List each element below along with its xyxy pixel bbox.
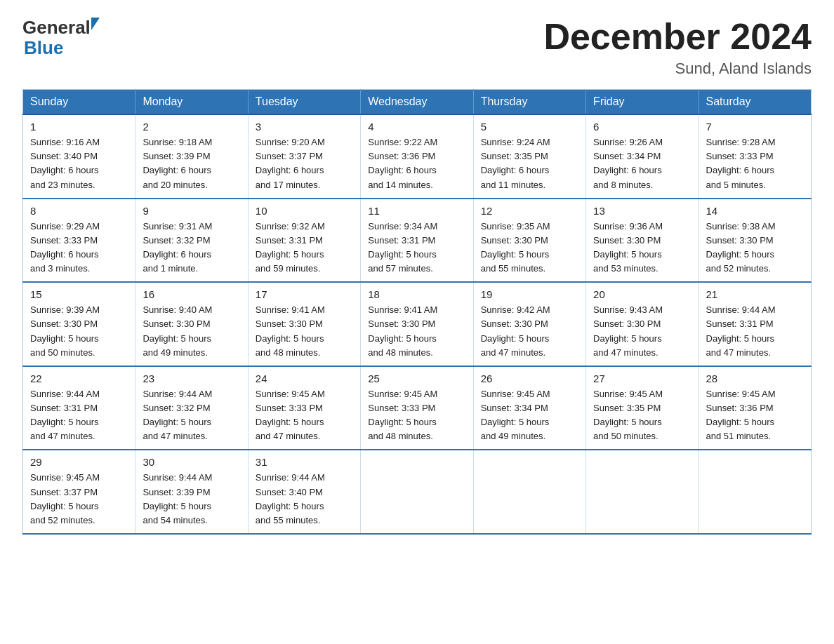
calendar-cell: 3Sunrise: 9:20 AMSunset: 3:37 PMDaylight… <box>248 114 360 199</box>
location-title: Sund, Aland Islands <box>543 60 812 78</box>
day-info: Sunrise: 9:43 AMSunset: 3:30 PMDaylight:… <box>593 303 691 360</box>
calendar-table: SundayMondayTuesdayWednesdayThursdayFrid… <box>22 89 812 535</box>
day-number: 8 <box>30 205 128 217</box>
weekday-header-monday: Monday <box>135 90 248 115</box>
day-info: Sunrise: 9:36 AMSunset: 3:30 PMDaylight:… <box>593 220 691 276</box>
day-number: 6 <box>593 121 691 133</box>
calendar-cell <box>361 450 473 534</box>
day-number: 25 <box>368 373 465 384</box>
day-number: 2 <box>143 121 240 133</box>
calendar-week-row: 22Sunrise: 9:44 AMSunset: 3:31 PMDayligh… <box>23 366 812 450</box>
day-info: Sunrise: 9:24 AMSunset: 3:35 PMDaylight:… <box>481 135 578 192</box>
calendar-cell: 29Sunrise: 9:45 AMSunset: 3:37 PMDayligh… <box>23 450 135 534</box>
logo-triangle-icon <box>91 18 100 30</box>
day-number: 9 <box>143 205 240 217</box>
day-number: 5 <box>481 121 578 133</box>
day-number: 22 <box>30 373 128 384</box>
day-number: 24 <box>256 373 353 384</box>
day-number: 12 <box>481 205 578 217</box>
calendar-week-row: 8Sunrise: 9:29 AMSunset: 3:33 PMDaylight… <box>23 199 812 283</box>
day-number: 31 <box>256 456 353 468</box>
calendar-cell: 17Sunrise: 9:41 AMSunset: 3:30 PMDayligh… <box>248 282 360 366</box>
title-block: December 2024 Sund, Aland Islands <box>543 17 812 78</box>
calendar-cell: 10Sunrise: 9:32 AMSunset: 3:31 PMDayligh… <box>248 199 360 283</box>
day-number: 11 <box>368 205 465 217</box>
day-info: Sunrise: 9:20 AMSunset: 3:37 PMDaylight:… <box>256 135 353 192</box>
calendar-cell: 12Sunrise: 9:35 AMSunset: 3:30 PMDayligh… <box>473 199 585 283</box>
calendar-cell: 21Sunrise: 9:44 AMSunset: 3:31 PMDayligh… <box>699 282 811 366</box>
calendar-cell: 28Sunrise: 9:45 AMSunset: 3:36 PMDayligh… <box>699 366 811 450</box>
logo-blue: Blue <box>24 39 63 57</box>
calendar-week-row: 15Sunrise: 9:39 AMSunset: 3:30 PMDayligh… <box>23 282 812 366</box>
calendar-cell: 4Sunrise: 9:22 AMSunset: 3:36 PMDaylight… <box>361 114 473 199</box>
day-info: Sunrise: 9:22 AMSunset: 3:36 PMDaylight:… <box>368 135 465 192</box>
day-info: Sunrise: 9:44 AMSunset: 3:40 PMDaylight:… <box>256 471 353 528</box>
calendar-cell: 19Sunrise: 9:42 AMSunset: 3:30 PMDayligh… <box>473 282 585 366</box>
day-number: 4 <box>368 121 465 133</box>
calendar-cell <box>586 450 699 534</box>
calendar-header-row: SundayMondayTuesdayWednesdayThursdayFrid… <box>23 90 812 115</box>
day-info: Sunrise: 9:45 AMSunset: 3:33 PMDaylight:… <box>256 387 353 444</box>
day-info: Sunrise: 9:35 AMSunset: 3:30 PMDaylight:… <box>481 220 578 276</box>
calendar-cell <box>699 450 811 534</box>
weekday-header-saturday: Saturday <box>699 90 811 115</box>
day-number: 23 <box>143 373 240 384</box>
calendar-cell: 14Sunrise: 9:38 AMSunset: 3:30 PMDayligh… <box>699 199 811 283</box>
day-info: Sunrise: 9:42 AMSunset: 3:30 PMDaylight:… <box>481 303 578 360</box>
calendar-week-row: 29Sunrise: 9:45 AMSunset: 3:37 PMDayligh… <box>23 450 812 534</box>
calendar-cell: 9Sunrise: 9:31 AMSunset: 3:32 PMDaylight… <box>135 199 248 283</box>
day-number: 14 <box>706 205 804 217</box>
weekday-header-friday: Friday <box>586 90 699 115</box>
month-title: December 2024 <box>543 17 812 57</box>
calendar-cell: 27Sunrise: 9:45 AMSunset: 3:35 PMDayligh… <box>586 366 699 450</box>
day-info: Sunrise: 9:16 AMSunset: 3:40 PMDaylight:… <box>30 135 128 192</box>
day-info: Sunrise: 9:39 AMSunset: 3:30 PMDaylight:… <box>30 303 128 360</box>
calendar-cell: 26Sunrise: 9:45 AMSunset: 3:34 PMDayligh… <box>473 366 585 450</box>
day-info: Sunrise: 9:45 AMSunset: 3:33 PMDaylight:… <box>368 387 465 444</box>
day-number: 13 <box>593 205 691 217</box>
day-info: Sunrise: 9:28 AMSunset: 3:33 PMDaylight:… <box>706 135 804 192</box>
day-number: 21 <box>706 288 804 300</box>
day-info: Sunrise: 9:45 AMSunset: 3:36 PMDaylight:… <box>706 387 804 444</box>
day-info: Sunrise: 9:26 AMSunset: 3:34 PMDaylight:… <box>593 135 691 192</box>
calendar-cell: 15Sunrise: 9:39 AMSunset: 3:30 PMDayligh… <box>23 282 135 366</box>
calendar-cell: 25Sunrise: 9:45 AMSunset: 3:33 PMDayligh… <box>361 366 473 450</box>
calendar-cell: 22Sunrise: 9:44 AMSunset: 3:31 PMDayligh… <box>23 366 135 450</box>
day-info: Sunrise: 9:31 AMSunset: 3:32 PMDaylight:… <box>143 220 240 276</box>
calendar-cell: 31Sunrise: 9:44 AMSunset: 3:40 PMDayligh… <box>248 450 360 534</box>
weekday-header-sunday: Sunday <box>23 90 135 115</box>
day-info: Sunrise: 9:44 AMSunset: 3:31 PMDaylight:… <box>30 387 128 444</box>
day-info: Sunrise: 9:45 AMSunset: 3:35 PMDaylight:… <box>593 387 691 444</box>
calendar-cell: 20Sunrise: 9:43 AMSunset: 3:30 PMDayligh… <box>586 282 699 366</box>
calendar-cell: 2Sunrise: 9:18 AMSunset: 3:39 PMDaylight… <box>135 114 248 199</box>
day-number: 28 <box>706 373 804 384</box>
day-number: 10 <box>256 205 353 217</box>
calendar-cell: 1Sunrise: 9:16 AMSunset: 3:40 PMDaylight… <box>23 114 135 199</box>
calendar-cell: 6Sunrise: 9:26 AMSunset: 3:34 PMDaylight… <box>586 114 699 199</box>
day-info: Sunrise: 9:41 AMSunset: 3:30 PMDaylight:… <box>256 303 353 360</box>
calendar-cell: 23Sunrise: 9:44 AMSunset: 3:32 PMDayligh… <box>135 366 248 450</box>
day-number: 29 <box>30 456 128 468</box>
calendar-cell <box>473 450 585 534</box>
day-info: Sunrise: 9:32 AMSunset: 3:31 PMDaylight:… <box>256 220 353 276</box>
day-info: Sunrise: 9:34 AMSunset: 3:31 PMDaylight:… <box>368 220 465 276</box>
day-number: 7 <box>706 121 804 133</box>
calendar-cell: 13Sunrise: 9:36 AMSunset: 3:30 PMDayligh… <box>586 199 699 283</box>
day-info: Sunrise: 9:18 AMSunset: 3:39 PMDaylight:… <box>143 135 240 192</box>
calendar-cell: 8Sunrise: 9:29 AMSunset: 3:33 PMDaylight… <box>23 199 135 283</box>
day-number: 16 <box>143 288 240 300</box>
calendar-cell: 30Sunrise: 9:44 AMSunset: 3:39 PMDayligh… <box>135 450 248 534</box>
day-number: 17 <box>256 288 353 300</box>
calendar-week-row: 1Sunrise: 9:16 AMSunset: 3:40 PMDaylight… <box>23 114 812 199</box>
day-info: Sunrise: 9:45 AMSunset: 3:34 PMDaylight:… <box>481 387 578 444</box>
weekday-header-wednesday: Wednesday <box>361 90 473 115</box>
logo: General Blue <box>22 17 100 57</box>
weekday-header-tuesday: Tuesday <box>248 90 360 115</box>
logo-general: General <box>22 17 91 39</box>
day-number: 20 <box>593 288 691 300</box>
calendar-cell: 11Sunrise: 9:34 AMSunset: 3:31 PMDayligh… <box>361 199 473 283</box>
day-number: 18 <box>368 288 465 300</box>
day-number: 15 <box>30 288 128 300</box>
day-number: 19 <box>481 288 578 300</box>
page-header: General Blue December 2024 Sund, Aland I… <box>22 17 812 78</box>
